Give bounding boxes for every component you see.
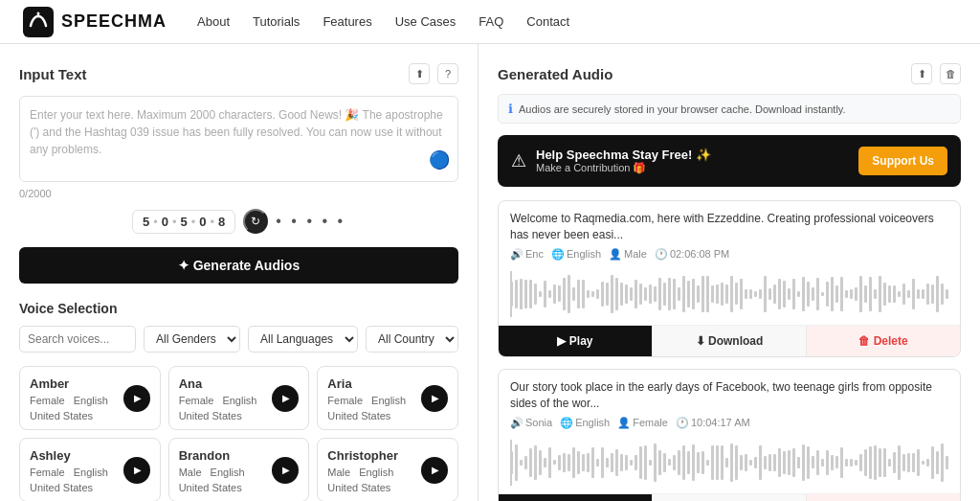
- input-header-icons: ⬆ ?: [409, 63, 458, 84]
- voice-play-brandon[interactable]: [272, 457, 299, 484]
- gender-filter[interactable]: All Genders: [144, 326, 240, 353]
- voice-play-ana[interactable]: [272, 385, 299, 412]
- download-all-icon[interactable]: ⬆: [911, 63, 932, 84]
- right-header-icons: ⬆ 🗑: [911, 63, 961, 84]
- voice-country: United States: [179, 410, 300, 421]
- speed-dots: • • • • •: [276, 213, 345, 230]
- voice-card-christopher: Christopher Male English United States: [317, 438, 458, 501]
- voice-country: United States: [179, 482, 300, 493]
- language-filter[interactable]: All Languages: [248, 326, 358, 353]
- meta-time-2: 🕐 10:04:17 AM: [676, 416, 750, 430]
- left-panel: Input Text ⬆ ? Enter your text here. Max…: [0, 44, 479, 501]
- voice-play-ashley[interactable]: [123, 457, 150, 484]
- speed-sep-2: •: [172, 215, 177, 229]
- speed-digit-4: 0: [199, 215, 206, 229]
- svg-rect-0: [23, 7, 54, 37]
- logo-icon: [23, 7, 54, 37]
- nav-link-contact[interactable]: Contact: [526, 14, 569, 29]
- textarea-emoji: 🔵: [429, 148, 450, 173]
- info-circle-icon: ℹ: [508, 102, 513, 116]
- audio-actions-1: ▶ Play ⬇ Download 🗑 Delete: [499, 325, 960, 356]
- audio-card-1: Welcome to Raqmedia.com, here with Ezzed…: [498, 200, 961, 357]
- promo-left: ⚠ Help Speechma Stay Free! ✨ Make a Cont…: [511, 148, 711, 174]
- audio-info-2: Our story took place in the early days o…: [499, 370, 960, 436]
- meta-voice-2: 🔊 Sonia: [510, 416, 552, 430]
- info-icon[interactable]: ?: [437, 63, 458, 84]
- speed-digit-5: 8: [218, 215, 225, 229]
- generated-audio-title: Generated Audio: [498, 66, 612, 82]
- audio-text-2: Our story took place in the early days o…: [510, 379, 948, 412]
- nav-link-features[interactable]: Features: [323, 14, 371, 29]
- info-text: Audios are securely stored in your brows…: [519, 103, 846, 115]
- char-count: 0/2000: [19, 188, 458, 199]
- voice-card-amber: Amber Female English United States: [19, 366, 161, 430]
- generate-button[interactable]: ✦ Generate Audios: [19, 247, 458, 284]
- play-button-1[interactable]: ▶ Play: [499, 326, 652, 356]
- generate-label: ✦ Generate Audios: [178, 258, 300, 273]
- promo-subtitle: Make a Contribution 🎁: [536, 162, 711, 174]
- voice-card-aria: Aria Female English United States: [317, 366, 458, 430]
- audio-card-2: Our story took place in the early days o…: [498, 369, 961, 501]
- voice-country: United States: [327, 482, 448, 493]
- voice-country: United States: [30, 410, 150, 421]
- voice-play-christopher[interactable]: [421, 457, 448, 484]
- download-button-2[interactable]: ⬇ Download: [652, 494, 807, 501]
- nav-link-about[interactable]: About: [197, 14, 230, 29]
- navbar: SPEECHMA About Tutorials Features Use Ca…: [0, 0, 980, 44]
- speed-control: 5 • 0 • 5 • 0 • 8 ↻ • • • • •: [19, 209, 458, 234]
- logo[interactable]: SPEECHMA: [23, 7, 167, 37]
- speed-sep-4: •: [211, 215, 215, 229]
- voice-search-input[interactable]: [19, 326, 136, 353]
- voice-grid: Amber Female English United States Ana F…: [19, 366, 458, 501]
- nav-link-tutorials[interactable]: Tutorials: [253, 14, 300, 29]
- audio-actions-2: ▶ Play ⬇ Download 🗑 Delete: [499, 493, 960, 501]
- delete-all-icon[interactable]: 🗑: [940, 63, 961, 84]
- speed-digit-2: 0: [162, 215, 168, 229]
- country-filter[interactable]: All Country: [366, 326, 458, 353]
- main-layout: Input Text ⬆ ? Enter your text here. Max…: [0, 44, 980, 501]
- audio-meta-2: 🔊 Sonia 🌐 English 👤 Female 🕐 10:04:17 AM: [510, 416, 948, 430]
- voice-card-brandon: Brandon Male English United States: [168, 438, 310, 501]
- upload-icon[interactable]: ⬆: [409, 63, 430, 84]
- audio-text-1: Welcome to Raqmedia.com, here with Ezzed…: [510, 211, 948, 243]
- meta-gender-2: 👤 Female: [617, 416, 668, 430]
- right-panel: Generated Audio ⬆ 🗑 ℹ Audios are securel…: [479, 44, 980, 501]
- nav-link-faq[interactable]: FAQ: [479, 14, 503, 29]
- input-text-title: Input Text: [19, 66, 87, 82]
- promo-icon: ⚠: [511, 150, 526, 171]
- nav-link-usecases[interactable]: Use Cases: [395, 14, 457, 29]
- audio-meta-1: 🔊 Enc 🌐 English 👤 Male 🕐 02:06:08 PM: [510, 247, 948, 262]
- waveform-2: [510, 440, 948, 486]
- speed-refresh-button[interactable]: ↻: [243, 209, 268, 234]
- meta-lang-2: 🌐 English: [560, 416, 610, 430]
- promo-text: Help Speechma Stay Free! ✨ Make a Contri…: [536, 148, 711, 174]
- input-textarea-box: Enter your text here. Maximum 2000 chara…: [19, 96, 458, 182]
- promo-banner: ⚠ Help Speechma Stay Free! ✨ Make a Cont…: [498, 135, 961, 187]
- play-button-2[interactable]: ▶ Play: [499, 494, 652, 501]
- input-section-header: Input Text ⬆ ?: [19, 63, 458, 84]
- delete-button-2[interactable]: 🗑 Delete: [807, 494, 960, 501]
- waveform-bars-1: [510, 271, 948, 317]
- voice-filters: All Genders All Languages All Country: [19, 326, 458, 353]
- voice-card-ana: Ana Female English United States: [168, 366, 310, 430]
- meta-voice-1: 🔊 Enc: [510, 247, 544, 262]
- voice-play-amber[interactable]: [123, 385, 150, 412]
- speed-value-box: 5 • 0 • 5 • 0 • 8: [132, 210, 235, 234]
- right-header: Generated Audio ⬆ 🗑: [498, 63, 961, 84]
- speed-digit-1: 5: [143, 215, 149, 229]
- speed-sep-1: •: [153, 215, 158, 229]
- delete-button-1[interactable]: 🗑 Delete: [807, 326, 960, 356]
- nav-links: About Tutorials Features Use Cases FAQ C…: [197, 14, 569, 29]
- meta-lang-1: 🌐 English: [551, 247, 601, 262]
- promo-title: Help Speechma Stay Free! ✨: [536, 148, 711, 162]
- speed-digit-3: 5: [180, 215, 187, 229]
- support-button[interactable]: Support Us: [858, 147, 947, 175]
- meta-gender-1: 👤 Male: [609, 247, 647, 262]
- voice-card-ashley: Ashley Female English United States: [19, 438, 161, 501]
- info-bar: ℹ Audios are securely stored in your bro…: [498, 94, 961, 124]
- download-button-1[interactable]: ⬇ Download: [652, 326, 807, 356]
- logo-text: SPEECHMA: [61, 11, 167, 32]
- speed-sep-3: •: [191, 215, 196, 229]
- voice-play-aria[interactable]: [421, 385, 448, 412]
- svg-point-2: [37, 11, 40, 14]
